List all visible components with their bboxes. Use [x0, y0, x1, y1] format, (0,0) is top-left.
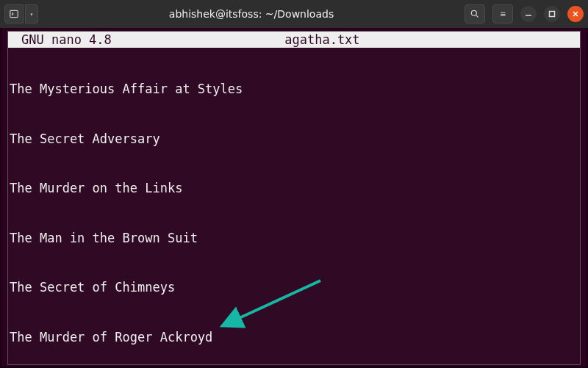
- menu-button[interactable]: ≡: [492, 4, 513, 24]
- new-tab-button[interactable]: [4, 4, 24, 24]
- titlebar-left-controls: ▾: [4, 4, 38, 24]
- nano-editor: GNU nano 4.8 agatha.txt The Mysterious A…: [7, 31, 581, 365]
- svg-rect-0: [10, 10, 18, 17]
- maximize-icon: [548, 10, 556, 18]
- svg-line-2: [476, 15, 478, 18]
- minimize-icon: [525, 10, 532, 18]
- window-title: abhishek@itsfoss: ~/Downloads: [38, 8, 465, 20]
- content-line: The Mysterious Affair at Styles: [10, 81, 580, 98]
- close-button[interactable]: [567, 6, 584, 22]
- nano-header: GNU nano 4.8 agatha.txt: [8, 32, 580, 48]
- content-line: The Man in the Brown Suit: [10, 230, 580, 247]
- content-line: The Murder of Roger Ackroyd: [10, 329, 580, 346]
- hamburger-icon: ≡: [500, 9, 505, 19]
- filename: agatha.txt: [68, 32, 577, 48]
- terminal-icon: [9, 9, 19, 19]
- close-icon: [572, 10, 579, 18]
- titlebar-right-controls: ≡: [465, 4, 584, 24]
- minimize-button[interactable]: [520, 6, 537, 22]
- chevron-down-icon: ▾: [30, 11, 34, 18]
- svg-point-1: [471, 10, 476, 15]
- new-tab-dropdown[interactable]: ▾: [25, 4, 38, 24]
- search-button[interactable]: [465, 4, 485, 24]
- svg-rect-4: [550, 12, 555, 17]
- content-line: The Secret of Chimneys: [10, 279, 580, 296]
- content-line: The Secret Adversary: [10, 131, 580, 148]
- editor-content[interactable]: The Mysterious Affair at Styles The Secr…: [8, 48, 580, 368]
- search-icon: [470, 9, 480, 19]
- maximize-button[interactable]: [544, 6, 560, 22]
- content-line: The Murder on the Links: [10, 180, 580, 197]
- window-titlebar: ▾ abhishek@itsfoss: ~/Downloads ≡: [0, 0, 588, 28]
- terminal-area[interactable]: GNU nano 4.8 agatha.txt The Mysterious A…: [0, 28, 588, 368]
